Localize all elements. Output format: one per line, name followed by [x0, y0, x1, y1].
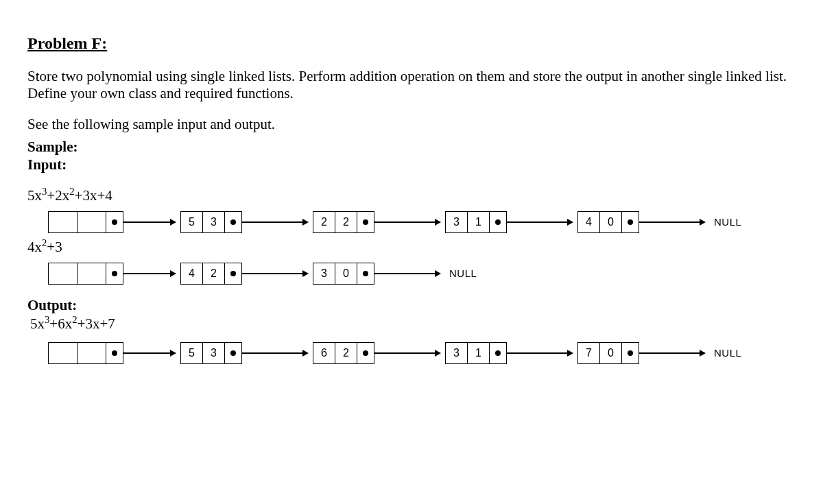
p1-c2: 2: [55, 187, 62, 204]
arrow-icon: [645, 350, 706, 357]
arrow-icon: [129, 270, 176, 277]
exp-cell: 0: [600, 343, 622, 363]
exp-cell: 3: [203, 212, 225, 232]
arrow-icon: [512, 350, 573, 357]
pointer-dot-icon: [363, 350, 368, 356]
problem-title: Problem F:: [27, 34, 796, 53]
exp-cell: 0: [335, 263, 357, 284]
connector-line: [242, 273, 248, 274]
exp-cell: 2: [335, 212, 357, 232]
coef-cell: 7: [578, 343, 600, 363]
next-pointer: [622, 343, 639, 363]
next-pointer: [490, 212, 506, 232]
linked-list-1: 5 3 2 2 3 1 4 0 NULL: [48, 211, 796, 233]
problem-description: Store two polynomial using single linked…: [27, 68, 796, 102]
linked-list-3: 5 3 6 2 3 1 7 0 NULL: [48, 342, 796, 364]
connector-line: [507, 221, 512, 223]
connector-line: [507, 352, 512, 354]
coef-cell: 5: [181, 212, 203, 232]
connector-line: [123, 352, 129, 354]
arrow-icon: [645, 219, 706, 226]
list-node: 3 1: [445, 211, 507, 233]
coef-cell: 6: [313, 343, 335, 363]
head-pointer: [106, 263, 123, 284]
head-pointer: [106, 343, 123, 363]
p1-c3: 5: [27, 187, 35, 204]
head-node: [48, 263, 123, 285]
list-node: 6 2: [313, 342, 374, 364]
connector-line: [374, 273, 380, 274]
list-node: 5 3: [180, 342, 242, 364]
head-cell-empty: [49, 343, 77, 363]
next-pointer: [225, 343, 241, 363]
linked-list-2: 4 2 3 0 NULL: [48, 263, 796, 285]
list-node: 3 0: [313, 263, 374, 285]
coef-cell: 3: [446, 343, 468, 363]
head-cell-empty: [77, 343, 106, 363]
connector-line: [123, 221, 129, 223]
head-node: [48, 211, 123, 233]
p2-c2: 4: [27, 239, 35, 255]
null-terminator: NULL: [449, 267, 477, 279]
next-pointer: [357, 343, 374, 363]
next-pointer: [357, 263, 374, 284]
exp-cell: 1: [468, 212, 490, 232]
head-cell-empty: [49, 263, 77, 284]
arrow-icon: [248, 219, 309, 226]
head-cell-empty: [49, 212, 77, 232]
pointer-dot-icon: [363, 219, 368, 225]
list-node: 2 2: [313, 211, 374, 233]
coef-cell: 3: [313, 263, 335, 284]
polynomial-1: 5x3+2x2+3x+4: [27, 186, 796, 204]
pointer-dot-icon: [230, 271, 236, 276]
coef-cell: 4: [578, 212, 600, 232]
connector-line: [374, 352, 380, 354]
connector-line: [242, 221, 248, 223]
pointer-dot-icon: [112, 350, 117, 356]
connector-line: [242, 352, 248, 354]
connector-line: [374, 221, 380, 223]
pointer-dot-icon: [363, 271, 368, 276]
p2-c0: 3: [55, 239, 62, 255]
polynomial-output: 5x3+6x2+3x+7: [30, 314, 796, 333]
arrow-icon: [129, 350, 176, 357]
polynomial-2: 4x2+3: [27, 237, 796, 256]
coef-cell: 4: [181, 263, 203, 284]
connector-line: [639, 352, 645, 354]
p3-c0: 7: [108, 315, 115, 332]
list-node: 3 1: [445, 342, 507, 364]
pointer-dot-icon: [495, 350, 501, 356]
coef-cell: 5: [181, 343, 203, 363]
head-pointer: [106, 212, 123, 232]
list-node: 7 0: [577, 342, 639, 364]
sample-label: Sample:: [27, 139, 796, 156]
coef-cell: 3: [446, 212, 468, 232]
exp-cell: 1: [468, 343, 490, 363]
p1-c0: 4: [105, 187, 112, 204]
pointer-dot-icon: [230, 350, 236, 356]
connector-line: [123, 273, 129, 274]
pointer-dot-icon: [628, 350, 633, 356]
arrow-icon: [512, 219, 573, 226]
list-node: 4 2: [180, 263, 242, 285]
exp-cell: 0: [600, 212, 622, 232]
head-cell-empty: [77, 263, 106, 284]
arrow-icon: [248, 350, 309, 357]
list-node: 4 0: [577, 211, 639, 233]
next-pointer: [622, 212, 639, 232]
input-label: Input:: [27, 156, 796, 173]
arrow-icon: [129, 219, 176, 226]
arrow-icon: [380, 270, 441, 277]
coef-cell: 2: [313, 212, 335, 232]
p1-c1: 3: [82, 187, 90, 204]
pointer-dot-icon: [495, 219, 501, 225]
pointer-dot-icon: [112, 219, 117, 225]
next-pointer: [490, 343, 506, 363]
null-terminator: NULL: [714, 216, 741, 228]
list-node: 5 3: [180, 211, 242, 233]
head-node: [48, 342, 123, 364]
pointer-dot-icon: [230, 219, 236, 225]
next-pointer: [357, 212, 374, 232]
exp-cell: 2: [203, 263, 225, 284]
null-terminator: NULL: [714, 347, 741, 359]
